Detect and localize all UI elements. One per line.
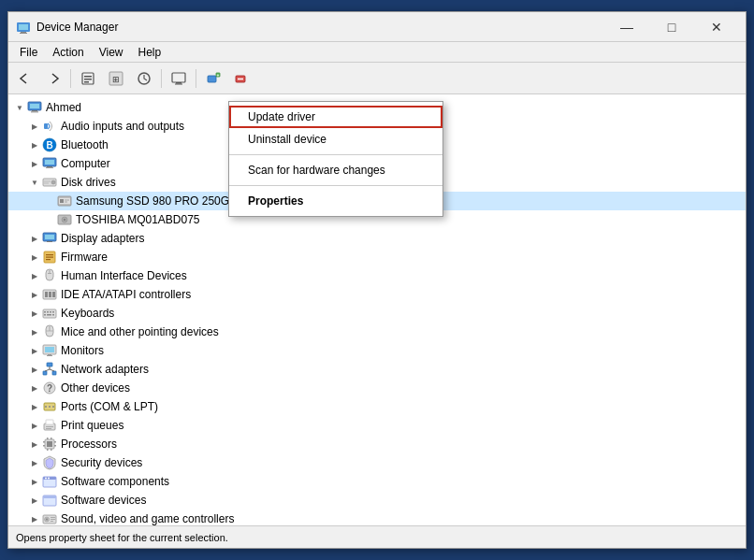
tree-item-network[interactable]: ▶ Network adapters [8, 360, 746, 379]
svg-rect-59 [50, 311, 51, 313]
remove-device-button[interactable] [228, 65, 254, 92]
tree-item-monitors[interactable]: ▶ Monitors [8, 341, 746, 360]
tree-item-other[interactable]: ▶ ? Other devices [8, 379, 746, 397]
ctx-separator-2 [229, 185, 442, 186]
svg-rect-47 [46, 257, 53, 258]
scan-button[interactable] [131, 65, 157, 92]
svg-rect-92 [54, 445, 56, 447]
mice-expander[interactable]: ▶ [27, 324, 42, 339]
close-button[interactable]: ✕ [695, 12, 738, 42]
other-expander[interactable]: ▶ [27, 381, 42, 395]
display-adapters-icon [42, 231, 57, 246]
tree-item-security[interactable]: ▶ Security devices [8, 453, 746, 472]
svg-rect-20 [30, 104, 39, 108]
ctx-scan-hardware[interactable]: Scan for hardware changes [229, 159, 442, 181]
display-button[interactable] [166, 65, 192, 92]
tree-item-swdev[interactable]: ▶ Software devices [8, 491, 746, 510]
tree-item-ide[interactable]: ▶ IDE ATA/ATAPI controllers [8, 285, 746, 304]
toolbar: ⊞ + [8, 63, 746, 94]
tree-item-processors[interactable]: ▶ Processors [8, 435, 746, 453]
tree-item-sound[interactable]: ▶ Sound, video and game controllers [8, 510, 746, 525]
ctx-properties[interactable]: Properties [229, 190, 442, 212]
svg-rect-88 [47, 441, 52, 447]
minimize-button[interactable]: — [605, 12, 648, 42]
tree-item-hid[interactable]: ▶ Human Interface Devices [8, 266, 746, 285]
sound-expander[interactable]: ▶ [27, 511, 42, 525]
svg-rect-44 [47, 241, 52, 242]
disk-drives-label: Disk drives [61, 176, 116, 189]
sound-label: Sound, video and game controllers [61, 512, 234, 525]
tree-item-ports[interactable]: ▶ Ports (COM & LPT) [8, 397, 746, 416]
hid-expander[interactable]: ▶ [27, 268, 42, 283]
svg-rect-89 [43, 441, 45, 443]
svg-rect-22 [31, 111, 38, 112]
back-button[interactable] [12, 65, 38, 92]
device-manager-window: Device Manager — □ ✕ File Action View He… [7, 11, 747, 549]
ide-expander[interactable]: ▶ [27, 287, 42, 302]
bluetooth-expander[interactable]: ▶ [27, 137, 42, 152]
menu-help[interactable]: Help [131, 44, 169, 61]
tree-item-display[interactable]: ▶ Display adapters [8, 229, 746, 248]
menu-action[interactable]: Action [45, 44, 91, 61]
tree-item-mice[interactable]: ▶ Mice and other pointing devices [8, 323, 746, 341]
computer-expander[interactable]: ▶ [27, 156, 42, 171]
svg-point-82 [52, 406, 54, 408]
disk-drives-icon [42, 175, 57, 190]
svg-rect-91 [54, 441, 56, 443]
status-bar: Opens property sheet for the current sel… [8, 525, 746, 548]
swcomp-expander[interactable]: ▶ [27, 474, 42, 489]
svg-rect-96 [51, 449, 52, 451]
tree-item-swcomp[interactable]: ▶ Software components [8, 472, 746, 491]
svg-rect-11 [172, 73, 185, 82]
update-driver-button[interactable]: ⊞ [103, 65, 129, 92]
svg-rect-53 [45, 292, 48, 297]
root-expander[interactable]: ▼ [12, 100, 27, 115]
firmware-expander[interactable]: ▶ [27, 250, 42, 265]
svg-rect-93 [47, 438, 49, 439]
monitor-icon [42, 343, 57, 358]
ports-expander[interactable]: ▶ [27, 399, 42, 414]
svg-rect-68 [45, 347, 54, 352]
proc-expander[interactable]: ▶ [27, 437, 42, 452]
svg-rect-85 [46, 426, 53, 427]
keyboards-expander[interactable]: ▶ [27, 306, 42, 321]
svg-rect-1 [19, 24, 28, 30]
display-expander[interactable]: ▶ [27, 231, 42, 246]
svg-line-76 [50, 369, 54, 371]
bluetooth-icon: B [42, 137, 57, 152]
svg-rect-29 [46, 167, 53, 168]
hid-icon [42, 268, 57, 283]
tree-item-print[interactable]: ▶ Print queues [8, 416, 746, 435]
svg-line-75 [45, 369, 50, 371]
svg-rect-2 [21, 32, 26, 33]
menu-view[interactable]: View [92, 44, 131, 61]
svg-point-100 [48, 478, 50, 480]
properties-button[interactable] [75, 65, 101, 92]
tree-item-keyboards[interactable]: ▶ Keyboards [8, 304, 746, 323]
svg-rect-61 [44, 314, 46, 316]
disk-expander[interactable]: ▼ [27, 175, 42, 190]
ctx-uninstall-device[interactable]: Uninstall device [229, 128, 442, 151]
svg-rect-51 [50, 270, 51, 274]
menu-file[interactable]: File [12, 44, 45, 61]
security-expander[interactable]: ▶ [27, 455, 42, 470]
svg-point-105 [46, 519, 48, 521]
network-expander[interactable]: ▶ [27, 362, 42, 377]
svg-rect-86 [46, 428, 51, 429]
svg-rect-38 [65, 202, 67, 203]
svg-rect-5 [84, 76, 92, 78]
maximize-button[interactable]: □ [650, 12, 693, 42]
display-adapters-label: Display adapters [61, 232, 144, 245]
ctx-update-driver[interactable]: Update driver [229, 106, 442, 128]
swdev-expander[interactable]: ▶ [27, 493, 42, 508]
svg-rect-32 [44, 181, 51, 182]
add-device-button[interactable]: + [200, 65, 226, 92]
monitors-expander[interactable]: ▶ [27, 343, 42, 358]
security-icon [42, 455, 57, 470]
forward-button[interactable] [40, 65, 66, 92]
svg-rect-72 [43, 371, 47, 375]
tree-item-firmware[interactable]: ▶ Firmware [8, 248, 746, 266]
ssd-icon [57, 194, 72, 208]
audio-expander[interactable]: ▶ [27, 119, 42, 134]
print-expander[interactable]: ▶ [27, 418, 42, 433]
